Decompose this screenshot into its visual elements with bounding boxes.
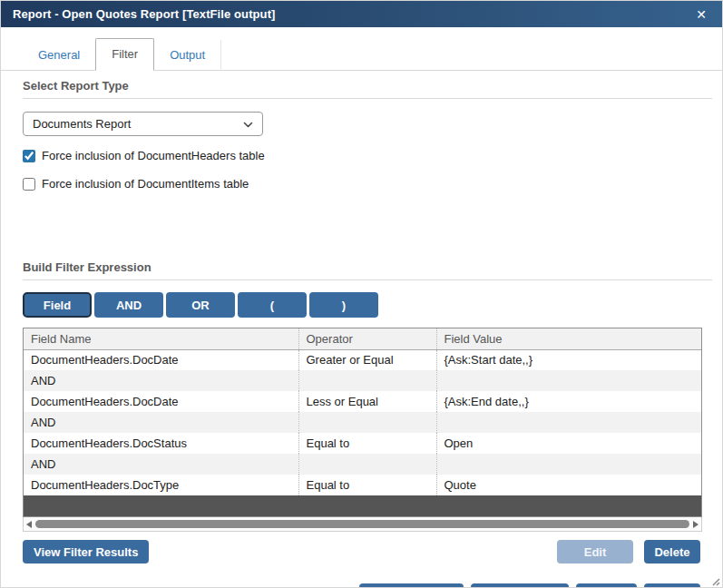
field-value-cell[interactable] (436, 454, 701, 475)
report-type-heading: Select Report Type (23, 79, 700, 93)
field-value-cell[interactable]: Open (436, 433, 701, 454)
checkbox-label: Force inclusion of DocumentHeaders table (42, 149, 265, 162)
table-selection-row[interactable] (24, 495, 701, 516)
force-documentheaders-checkbox[interactable] (23, 150, 35, 162)
resize-handle-icon[interactable] (710, 575, 720, 585)
table-header-row: Field Name Operator Field Value (24, 328, 701, 349)
column-header-field-value: Field Value (436, 328, 701, 349)
field-value-cell[interactable] (436, 370, 701, 391)
checkbox-row-documentheaders: Force inclusion of DocumentHeaders table (23, 148, 700, 163)
operator-cell[interactable] (298, 454, 436, 475)
filter-expression-table: Field Name Operator Field Value Document… (23, 328, 702, 517)
field-name-cell[interactable]: AND (24, 370, 298, 391)
operator-cell[interactable] (298, 412, 436, 433)
save-button[interactable]: Save (576, 583, 637, 588)
tab-output[interactable]: Output (154, 40, 221, 71)
spacer (23, 191, 700, 252)
save-and-export-button[interactable]: Save & Export (359, 583, 463, 588)
checkbox-row-documentitems: Force inclusion of DocumentItems table (23, 176, 700, 191)
and-button[interactable]: AND (94, 292, 163, 318)
field-name-cell[interactable]: DocumentHeaders.DocType (24, 475, 298, 495)
tab-general[interactable]: General (23, 40, 95, 71)
delete-button[interactable]: Delete (644, 540, 700, 564)
filter-expression-heading: Build Filter Expression (23, 260, 700, 274)
column-header-field-name: Field Name (24, 328, 298, 349)
footer-button-bar: Save & Export Save & Close Save Close (23, 583, 700, 588)
report-dialog: Report - Open Quotes Report [TextFile ou… (0, 0, 723, 588)
operator-cell[interactable]: Less or Equal (298, 391, 436, 412)
close-paren-button[interactable]: ) (309, 292, 378, 318)
view-filter-results-button[interactable]: View Filter Results (23, 540, 149, 564)
close-icon[interactable]: ✕ (692, 6, 710, 23)
edit-button[interactable]: Edit (557, 540, 633, 564)
field-value-cell[interactable]: {Ask:Start date,,} (436, 349, 701, 370)
close-button[interactable]: Close (644, 583, 700, 588)
tab-filter[interactable]: Filter (95, 38, 154, 71)
field-name-cell[interactable]: AND (24, 454, 298, 475)
table-row[interactable]: DocumentHeaders.DocDate Less or Equal {A… (24, 391, 701, 412)
force-documentitems-checkbox[interactable] (23, 178, 35, 191)
table-row[interactable]: AND (24, 454, 701, 475)
open-paren-button[interactable]: ( (238, 292, 307, 318)
column-header-operator: Operator (298, 328, 436, 349)
scroll-right-icon[interactable] (693, 521, 699, 528)
operator-cell[interactable]: Equal to (298, 475, 436, 495)
field-name-cell[interactable]: DocumentHeaders.DocDate (24, 391, 298, 412)
dialog-content: Select Report Type Documents Report Forc… (1, 79, 722, 588)
horizontal-scrollbar[interactable] (23, 517, 702, 532)
table-row[interactable]: DocumentHeaders.DocStatus Equal to Open (24, 433, 701, 454)
checkbox-label: Force inclusion of DocumentItems table (42, 177, 249, 191)
field-name-cell[interactable]: DocumentHeaders.DocDate (24, 349, 298, 370)
operator-cell[interactable]: Equal to (298, 433, 436, 454)
report-type-select[interactable]: Documents Report (23, 112, 263, 136)
divider (23, 98, 712, 99)
field-name-cell[interactable]: DocumentHeaders.DocStatus (24, 433, 298, 454)
table-row[interactable]: DocumentHeaders.DocType Equal to Quote (24, 475, 701, 495)
field-value-cell[interactable]: {Ask:End date,,} (436, 391, 701, 412)
table-actions-row: View Filter Results Edit Delete (23, 540, 700, 564)
scroll-left-icon[interactable] (26, 521, 32, 528)
or-button[interactable]: OR (166, 292, 235, 318)
report-type-selected-value: Documents Report (33, 117, 243, 131)
table-row[interactable]: DocumentHeaders.DocDate Greater or Equal… (24, 349, 701, 370)
field-button[interactable]: Field (23, 292, 92, 318)
dialog-title: Report - Open Quotes Report [TextFile ou… (13, 7, 692, 21)
table-row[interactable]: AND (24, 412, 701, 433)
operator-cell[interactable]: Greater or Equal (298, 349, 436, 370)
divider (23, 279, 712, 280)
field-value-cell[interactable]: Quote (436, 475, 701, 495)
tab-bar: General Filter Output (1, 27, 722, 71)
operator-button-row: Field AND OR ( ) (23, 292, 700, 318)
save-and-close-button[interactable]: Save & Close (471, 583, 569, 588)
field-value-cell[interactable] (436, 412, 701, 433)
operator-cell[interactable] (298, 370, 436, 391)
table-row[interactable]: AND (24, 370, 701, 391)
dialog-titlebar: Report - Open Quotes Report [TextFile ou… (1, 1, 722, 27)
field-name-cell[interactable]: AND (24, 412, 298, 433)
scrollbar-thumb[interactable] (35, 520, 689, 528)
chevron-down-icon (243, 119, 253, 129)
